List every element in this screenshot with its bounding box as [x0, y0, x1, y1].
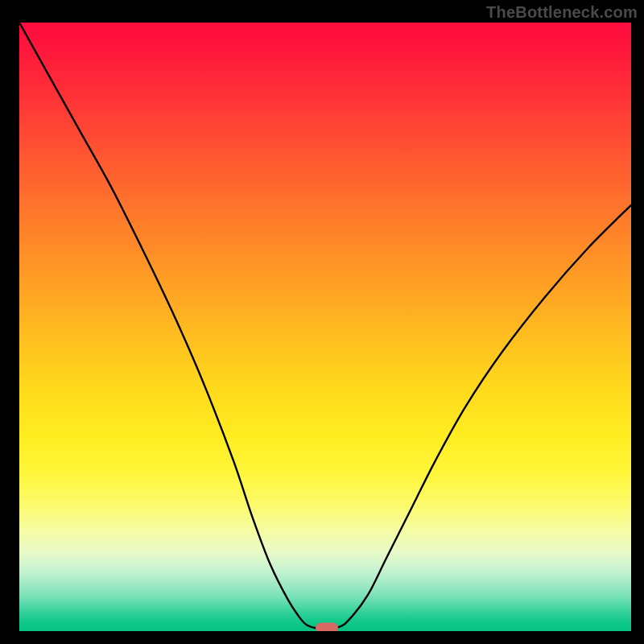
- chart-container: TheBottleneck.com: [0, 0, 644, 644]
- watermark-text: TheBottleneck.com: [486, 3, 638, 22]
- optimal-marker: [316, 623, 338, 631]
- plot-area: [19, 23, 631, 631]
- curve-svg: [19, 23, 631, 631]
- bottleneck-curve: [19, 23, 631, 629]
